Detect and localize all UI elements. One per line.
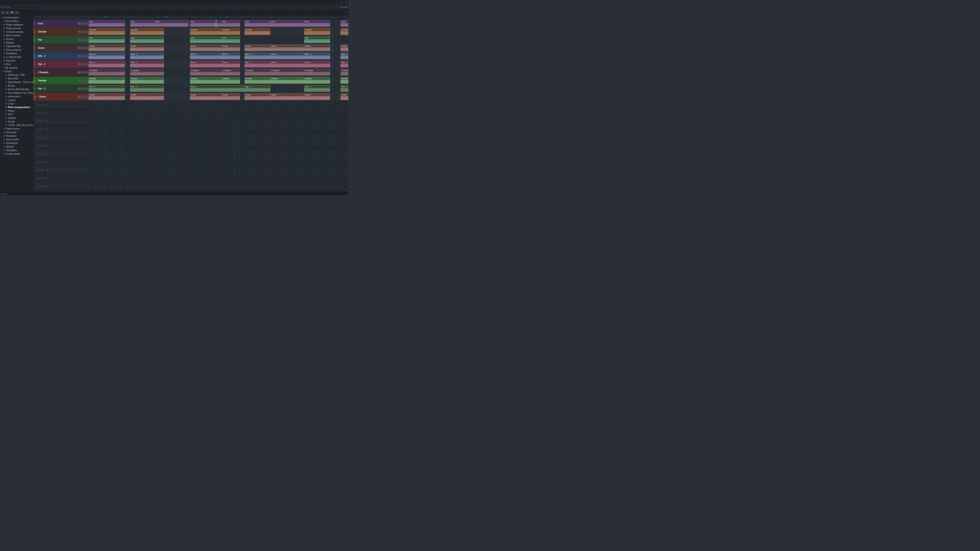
track-ctrl-btn-S-0[interactable]: S (81, 22, 84, 25)
empty-track-content-6[interactable] (89, 150, 348, 158)
empty-track-content-11[interactable] (89, 191, 348, 192)
clip-4-0[interactable]: 808 - 2 (89, 52, 125, 59)
track-ctrl-btn-M-2[interactable]: M (78, 38, 81, 41)
tb2-cut[interactable]: ✂ (15, 11, 19, 14)
empty-track-content-8[interactable] (89, 166, 348, 174)
empty-track-label-1[interactable]: Back 10 (33, 109, 89, 117)
stop-button[interactable] (4, 7, 7, 8)
empty-track-content-0[interactable] (89, 101, 348, 109)
empty-track-content-1[interactable] (89, 109, 348, 117)
empty-track-content-2[interactable] (89, 117, 348, 125)
sidebar-item-36[interactable]: ⊕Speech (0, 145, 33, 149)
track-ctrl-btn-S-6[interactable]: S (81, 71, 84, 74)
sidebar-item-31[interactable]: ▸Project bones (0, 127, 33, 130)
sidebar-item-13[interactable]: ⊕Misc (0, 62, 33, 66)
clip-6-2[interactable]: 2 Sample (190, 69, 226, 76)
empty-track-content-7[interactable] (89, 158, 348, 166)
track-ctrl-btn-M-7[interactable]: M (78, 79, 81, 82)
empty-track-label-6[interactable]: Back 15 (33, 150, 89, 158)
clip-4-4[interactable]: 808 - 2 (245, 52, 270, 59)
clip-7-4[interactable]: Sample (245, 77, 270, 84)
clip-4-1[interactable]: 808 - 2 (130, 52, 164, 59)
clip-0-8[interactable]: Kick (340, 20, 348, 27)
sidebar-item-29[interactable]: ⊕Vocals (0, 120, 33, 124)
tb2-select[interactable]: ⊡ (5, 11, 10, 14)
empty-track-label-3[interactable]: Back 12 (33, 125, 89, 133)
clip-8-0[interactable]: Hat - 2 (89, 85, 125, 92)
clip-8-5[interactable]: Hat - 2 (340, 85, 348, 92)
clip-9-7[interactable]: Snare (340, 93, 348, 100)
track-ctrl-btn-M-1[interactable]: M (78, 30, 81, 33)
clip-5-1[interactable]: Hat - 2 (130, 61, 164, 67)
track-ctrl-btn-S-9[interactable]: S (81, 95, 84, 98)
sidebar-item-3[interactable]: ⊕Plugin presets (0, 27, 33, 30)
clip-3-4[interactable]: Snare (245, 44, 270, 51)
sidebar-item-15[interactable]: ▾Packs (0, 70, 33, 73)
clip-9-4[interactable]: Snare (245, 93, 270, 100)
clip-4-5[interactable]: 808 - 2 (270, 52, 304, 59)
transport-bpm[interactable] (31, 7, 40, 8)
track-ctrl-btn-M-5[interactable]: M (78, 63, 81, 66)
clip-5-3[interactable]: Hat - 2 (222, 61, 240, 67)
clip-1-5[interactable]: Sample (304, 28, 330, 35)
clip-8-3[interactable]: Hat - 2 (245, 85, 270, 92)
clip-0-6[interactable]: Kick (270, 20, 304, 27)
clip-9-1[interactable]: Snare (130, 93, 164, 100)
track-ctrl-btn-S-7[interactable]: S (81, 79, 84, 82)
sidebar-item-17[interactable]: ⊕Bass 808 (0, 77, 33, 80)
window-maximize[interactable]: □ (341, 1, 342, 3)
clip-1-2[interactable]: Sample (190, 28, 226, 35)
track-ctrl-btn-▲-4[interactable]: ▲ (85, 55, 88, 58)
tracks-scroll[interactable]: 1KickMS▲KickKickKickKickKickKickKickKick… (33, 20, 348, 192)
sidebar-item-2[interactable]: ⊕Plugin database (0, 23, 33, 27)
sidebar-item-27[interactable]: ⊕SFX (0, 113, 33, 116)
sidebar-item-7[interactable]: ⊕Backup (0, 41, 33, 44)
empty-track-content-3[interactable] (89, 125, 348, 133)
track-content-7[interactable]: SampleSampleSampleSampleSampleSampleSamp… (89, 76, 348, 85)
sidebar-item-5[interactable]: ⊕Mixer presets (0, 34, 33, 37)
sidebar-item-34[interactable]: ⊕Sliced audio (0, 138, 33, 141)
sidebar-item-19[interactable]: ⊕Drums (0, 84, 33, 87)
track-content-5[interactable]: Hat - 2Hat - 2Hat - 2Hat - 2Hat - 2Hat -… (89, 60, 348, 68)
track-content-9[interactable]: SnareSnareSnareSnareSnareSnareSnareSnare (89, 93, 348, 101)
track-ctrl-btn-▲-2[interactable]: ▲ (85, 38, 88, 41)
sidebar-item-22[interactable]: ⊕Instruments (0, 95, 33, 98)
track-ctrl-btn-M-4[interactable]: M (78, 55, 81, 58)
track-label-3[interactable]: 4SnareMS▲ (33, 44, 89, 52)
clip-8-1[interactable]: Hat - 2 (130, 85, 164, 92)
track-ctrl-btn-S-2[interactable]: S (81, 38, 84, 41)
track-ctrl-btn-M-8[interactable]: M (78, 87, 81, 90)
clip-3-1[interactable]: Snare (130, 44, 164, 51)
track-content-3[interactable]: SnareSnareSnareSnareSnareSnareSnareSnare (89, 44, 348, 52)
track-ctrl-btn-▲-6[interactable]: ▲ (85, 71, 88, 74)
track-label-6[interactable]: 72 SampleMS▲ (33, 68, 89, 76)
track-label-4[interactable]: 5808 - 2MS▲ (33, 52, 89, 60)
clip-5-5[interactable]: Hat - 2 (270, 61, 304, 67)
clip-9-6[interactable]: Snare (304, 93, 330, 100)
track-ctrl-btn-M-0[interactable]: M (78, 22, 81, 25)
clip-1-3[interactable]: Sample (222, 28, 240, 35)
sidebar-item-9[interactable]: ⊕Demo projects (0, 48, 33, 52)
sidebar-item-4[interactable]: ⊕Channel presets (0, 30, 33, 34)
sidebar-item-23[interactable]: ⊕Legacy (0, 98, 33, 102)
clip-6-5[interactable]: 2 Sample (270, 69, 304, 76)
track-ctrl-btn-▲-3[interactable]: ▲ (85, 47, 88, 49)
sidebar-item-30[interactable]: ⊕I FEEL LIKE SIL.hs DrumKit Vol.1 (0, 124, 33, 127)
track-ctrl-btn-▲-8[interactable]: ▲ (85, 87, 88, 90)
clip-0-7[interactable]: Kick (304, 20, 330, 27)
clip-7-0[interactable]: Sample (89, 77, 125, 84)
sample-selector[interactable] (345, 12, 347, 13)
track-ctrl-btn-S-1[interactable]: S (81, 30, 84, 33)
tb2-pencil[interactable]: ✏ (1, 11, 5, 14)
sidebar-item-21[interactable]: ⊕Free Ableton Live Template (0, 91, 33, 95)
clip-9-2[interactable]: Snare (190, 93, 226, 100)
sidebar-item-35[interactable]: ⊕Soundfonts (0, 141, 33, 145)
sidebar-item-32[interactable]: ⊕Recorded (0, 130, 33, 134)
empty-track-content-5[interactable] (89, 141, 348, 150)
track-ctrl-btn-M-3[interactable]: M (78, 47, 81, 49)
clip-1-6[interactable]: Sample (340, 28, 348, 35)
clip-7-3[interactable]: Sample (222, 77, 240, 84)
track-label-5[interactable]: 6Hat - 2MS▲ (33, 60, 89, 68)
clip-3-2[interactable]: Snare (190, 44, 226, 51)
track-label-2[interactable]: 3HatMS▲ (33, 36, 89, 44)
